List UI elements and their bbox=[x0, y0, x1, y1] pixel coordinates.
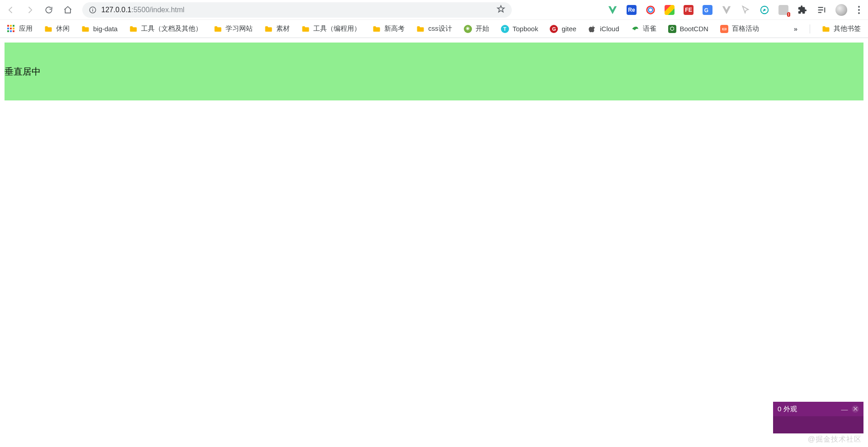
bookmark-label: 工具（编程用） bbox=[313, 24, 361, 33]
bookmark-link[interactable]: T Topbook bbox=[501, 25, 538, 33]
reading-list-icon[interactable] bbox=[816, 5, 826, 15]
green-circle-icon: ✳ bbox=[464, 25, 472, 33]
ext-vue-gray-icon[interactable] bbox=[722, 5, 731, 15]
folder-icon bbox=[129, 25, 137, 33]
folder-icon bbox=[81, 25, 90, 33]
bookmark-label: css设计 bbox=[428, 24, 452, 33]
bookmark-link[interactable]: iCloud bbox=[588, 25, 619, 33]
bookmark-folder[interactable]: 素材 bbox=[264, 24, 290, 33]
bookmark-bar: 应用 休闲 big-data 工具（文档及其他） 学习网站 素材 工具（编程用）… bbox=[0, 20, 868, 38]
bookmark-folder[interactable]: 工具（文档及其他） bbox=[129, 24, 202, 33]
ext-fe-icon[interactable]: FE bbox=[684, 5, 693, 15]
folder-icon bbox=[373, 25, 381, 33]
url-host: 127.0.0.1 bbox=[101, 6, 132, 14]
teal-circle-icon: T bbox=[501, 25, 509, 33]
bookmark-folder[interactable]: css设计 bbox=[416, 24, 452, 33]
apps-grid-icon bbox=[7, 25, 15, 33]
bookmark-label: 开始 bbox=[476, 24, 489, 33]
address-bar[interactable]: 127.0.0.1:5500/index.html bbox=[82, 2, 512, 18]
bookmark-label: 百格活动 bbox=[732, 24, 759, 33]
bookmark-link[interactable]: G gitee bbox=[550, 25, 576, 33]
bookmark-link[interactable]: ▭ 百格活动 bbox=[720, 24, 759, 33]
profile-avatar[interactable] bbox=[835, 4, 847, 16]
orange-box-icon: ▭ bbox=[720, 25, 728, 33]
bookmark-star-button[interactable] bbox=[496, 5, 505, 15]
apple-icon bbox=[588, 25, 596, 33]
ext-gray-box-icon[interactable]: ! bbox=[778, 5, 788, 15]
watermark-text: @掘金技术社区 bbox=[808, 435, 862, 444]
bookmark-folder[interactable]: 新高考 bbox=[373, 24, 405, 33]
site-info-icon[interactable] bbox=[89, 6, 97, 14]
folder-icon bbox=[214, 25, 222, 33]
star-icon bbox=[496, 5, 505, 14]
extension-row: Re FE G ! bbox=[608, 4, 862, 16]
other-bookmarks[interactable]: 其他书签 bbox=[822, 24, 861, 33]
folder-icon bbox=[264, 25, 273, 33]
bookmark-label: Topbook bbox=[513, 25, 538, 33]
extensions-puzzle-icon[interactable] bbox=[797, 5, 807, 15]
url-text: 127.0.0.1:5500/index.html bbox=[101, 6, 492, 14]
home-button[interactable] bbox=[63, 5, 72, 14]
svg-text:G: G bbox=[704, 7, 708, 13]
reload-button[interactable] bbox=[44, 5, 53, 14]
arrow-left-icon bbox=[6, 5, 15, 14]
folder-icon bbox=[822, 25, 830, 33]
panel-header: 0 外观 — ✕ bbox=[773, 402, 863, 416]
bookmark-label: 新高考 bbox=[384, 24, 405, 33]
page-viewport: 垂直居中 0 外观 — ✕ @掘金技术社区 bbox=[0, 38, 868, 447]
bookmark-link[interactable]: 语雀 bbox=[631, 24, 656, 33]
bookmark-label: 工具（文档及其他） bbox=[141, 24, 202, 33]
apps-shortcut[interactable]: 应用 bbox=[7, 24, 33, 33]
minimize-icon[interactable]: — bbox=[841, 405, 848, 413]
bookmark-overflow-button[interactable]: » bbox=[794, 25, 798, 33]
bookmark-label: BootCDN bbox=[680, 25, 708, 33]
bookmark-folder[interactable]: 学习网站 bbox=[214, 24, 253, 33]
back-button[interactable] bbox=[6, 5, 15, 14]
apps-label: 应用 bbox=[19, 24, 33, 33]
ext-circle-rainbow-icon[interactable] bbox=[646, 5, 656, 15]
yuque-icon bbox=[631, 25, 639, 33]
demo-box: 垂直居中 bbox=[5, 43, 863, 100]
browser-toolbar: 127.0.0.1:5500/index.html Re FE G ! bbox=[0, 0, 868, 20]
bookmark-folder[interactable]: big-data bbox=[81, 25, 118, 33]
bookmark-label: gitee bbox=[561, 25, 576, 33]
bookmark-label: 语雀 bbox=[643, 24, 656, 33]
folder-icon bbox=[302, 25, 310, 33]
ext-vue-icon[interactable] bbox=[608, 5, 618, 15]
bookmark-label: iCloud bbox=[600, 25, 619, 33]
ext-color-grid-icon[interactable] bbox=[665, 5, 675, 15]
folder-icon bbox=[416, 25, 425, 33]
bootcdn-icon: ⬡ bbox=[668, 25, 676, 33]
folder-icon bbox=[44, 25, 52, 33]
ext-re-icon[interactable]: Re bbox=[627, 5, 637, 15]
forward-button[interactable] bbox=[25, 5, 34, 14]
bookmark-label: 学习网站 bbox=[226, 24, 253, 33]
bookmark-folder[interactable]: 工具（编程用） bbox=[302, 24, 361, 33]
ext-cursor-icon[interactable] bbox=[741, 5, 750, 15]
bookmark-link[interactable]: ✳ 开始 bbox=[464, 24, 489, 33]
bookmark-folder[interactable]: 休闲 bbox=[44, 24, 70, 33]
panel-title: 0 外观 bbox=[778, 405, 837, 414]
badge-icon: ! bbox=[787, 12, 790, 17]
other-bookmarks-label: 其他书签 bbox=[834, 24, 861, 33]
bookmark-link[interactable]: ⬡ BootCDN bbox=[668, 25, 708, 33]
bookmark-label: big-data bbox=[93, 25, 118, 33]
svg-point-4 bbox=[648, 8, 652, 12]
url-rest: :5500/index.html bbox=[132, 6, 184, 14]
chrome-menu-button[interactable] bbox=[856, 6, 862, 14]
bookmark-label: 休闲 bbox=[56, 24, 70, 33]
arrow-right-icon bbox=[25, 5, 34, 14]
devtools-panel[interactable]: 0 外观 — ✕ bbox=[773, 402, 863, 433]
reload-icon bbox=[44, 5, 53, 14]
ext-compass-icon[interactable] bbox=[760, 5, 769, 15]
home-icon bbox=[63, 5, 72, 14]
close-icon[interactable]: ✕ bbox=[852, 405, 859, 413]
demo-box-text: 垂直居中 bbox=[5, 66, 41, 78]
separator bbox=[810, 24, 810, 33]
ext-translate-icon[interactable]: G bbox=[703, 5, 712, 15]
nav-controls bbox=[6, 5, 72, 14]
gitee-icon: G bbox=[550, 25, 558, 33]
bookmark-label: 素材 bbox=[276, 24, 290, 33]
